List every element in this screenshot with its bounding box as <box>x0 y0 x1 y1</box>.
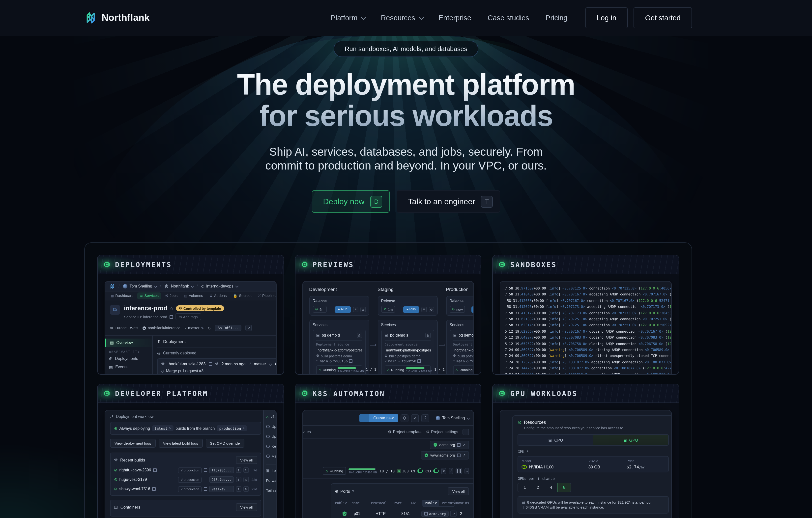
more-button[interactable]: .. <box>463 429 469 435</box>
rebuild-icon[interactable]: ↻ <box>243 486 249 492</box>
rocket-icon[interactable]: ➤ <box>411 414 419 422</box>
nav-item-pricing[interactable]: Pricing <box>546 14 568 22</box>
list-icon[interactable]: ≡ <box>353 307 358 312</box>
delete-icon[interactable]: 🗑 <box>425 333 431 338</box>
get-started-button[interactable]: Get started <box>634 7 692 28</box>
copy-icon[interactable] <box>208 362 212 366</box>
build-row[interactable]: ⊘showy-wool-7516⑂ production9ee42e9...↥↻… <box>114 486 257 492</box>
gpu-count-8[interactable]: 8 <box>558 483 571 492</box>
repo-link[interactable]: northflank/inference <box>142 326 180 330</box>
tail-service-label[interactable]: Tail servi <box>266 488 276 493</box>
breadcrumb-user[interactable]: Tom Snelling <box>123 284 156 288</box>
add-tags-button[interactable]: ⊃ Add tags <box>175 313 201 320</box>
view-latest-build-logs-button[interactable]: View latest build logs <box>158 439 203 448</box>
copy-icon[interactable] <box>149 478 152 481</box>
nav-item-resources[interactable]: Resources <box>381 14 422 22</box>
login-button[interactable]: Log in <box>585 7 628 28</box>
rebuild-icon[interactable]: ↻ <box>243 467 249 473</box>
copy-icon[interactable] <box>457 454 461 457</box>
more-icon[interactable]: ‥ <box>464 468 469 474</box>
sidebar-item-overview[interactable]: ▦Overview <box>105 339 152 347</box>
tab-addons[interactable]: ⚙Addons <box>207 292 229 299</box>
copy-icon[interactable] <box>457 443 461 447</box>
scale-icon[interactable]: ⤢ <box>448 468 453 474</box>
tag-chip[interactable]: latest✎ <box>152 425 174 431</box>
breadcrumb-org[interactable]: Northflank <box>165 284 193 288</box>
commit-hash[interactable]: 6a13df1... <box>215 325 241 331</box>
view-deployment-logs-button[interactable]: View deployment logs <box>110 439 155 448</box>
templates-label[interactable]: plates <box>302 430 311 434</box>
gear-icon[interactable]: ⚙ <box>429 307 434 312</box>
run-button[interactable]: ▸ Run <box>335 306 351 313</box>
hero-badge[interactable]: Run sandboxes, AI models, and databases <box>334 41 478 57</box>
release-option[interactable]: Merg <box>266 454 276 459</box>
gpu-count-4[interactable]: 4 <box>545 483 558 492</box>
deploy-icon[interactable]: ↥ <box>236 477 241 482</box>
local-dev-label[interactable]: ▣Local <box>266 468 276 473</box>
copy-icon[interactable] <box>204 478 207 481</box>
user-menu[interactable]: Tom Snelling <box>432 416 469 420</box>
dns-address[interactable]: acme.org <box>421 511 448 517</box>
nav-item-case-studies[interactable]: Case studies <box>488 14 529 22</box>
nav-item-platform[interactable]: Platform <box>331 14 365 22</box>
copy-icon[interactable] <box>152 487 156 491</box>
port-row[interactable]: p01 HTTP 8151 acme.org ↗ 2 <box>335 511 469 517</box>
copy-icon[interactable] <box>204 468 207 472</box>
tab-gpu[interactable]: ▣GPU <box>593 435 668 445</box>
favorite-star-icon[interactable]: ☆ <box>170 306 173 311</box>
repo-link[interactable]: northflank-platform/postgres-demo <box>384 348 431 352</box>
notifications-bell-icon[interactable] <box>401 414 408 422</box>
breadcrumb-project[interactable]: ◇internal-devops <box>201 284 238 288</box>
external-link-icon[interactable]: ↗ <box>245 325 252 331</box>
gpu-count-2[interactable]: 2 <box>531 483 545 492</box>
domain-row[interactable]: acme.org↗ <box>430 441 469 449</box>
forward-service-label[interactable]: Forward s <box>266 478 276 483</box>
view-all-button[interactable]: View all <box>236 456 257 464</box>
gpu-count-selector[interactable]: 1 2 4 8 <box>518 483 571 492</box>
dns-visibility-toggle[interactable]: PublicPrivate <box>422 500 455 507</box>
tab-secrets[interactable]: 🔒Secrets <box>231 292 254 299</box>
list-icon[interactable]: ≡ <box>421 307 427 312</box>
gpu-count-1[interactable]: 1 <box>518 483 531 492</box>
preview-service-card[interactable]: ▣pg demo d🗑Deployment sourcenorthflank-p… <box>313 329 366 374</box>
build-row[interactable]: ⊘huge-vest-2179⑂ production210d7dd...↥↻2… <box>114 477 257 483</box>
rebuild-icon[interactable]: ↻ <box>243 477 249 482</box>
release-option[interactable]: Upda <box>266 434 276 439</box>
release-option[interactable]: Keep <box>266 444 276 449</box>
gear-icon[interactable]: ⚙ <box>360 307 366 312</box>
set-cmd-override-button[interactable]: Set CMD override <box>205 439 244 448</box>
branch-chip[interactable]: production✎ <box>217 425 247 431</box>
project-template-button[interactable]: ⚙Project template <box>388 430 422 434</box>
tab-volumes[interactable]: ▤Volumes <box>181 292 205 299</box>
pause-icon[interactable]: ❚❚ <box>456 468 462 474</box>
view-all-button[interactable]: View all <box>448 487 469 495</box>
delete-icon[interactable]: 🗑 <box>357 333 362 338</box>
brand-logo[interactable]: Northflank <box>84 11 150 24</box>
tab-cpu[interactable]: ▣CPU <box>518 435 593 445</box>
domain-row[interactable]: www.acme.org↗ <box>421 451 469 460</box>
copy-icon[interactable] <box>204 487 207 491</box>
talk-to-engineer-button[interactable]: Talk to an engineer T <box>397 190 500 213</box>
commit-hash[interactable]: 9ee42e9... <box>209 486 234 492</box>
cd-toggle[interactable] <box>433 469 439 473</box>
preview-service-card[interactable]: ▣pg demo p🗑Deployment sourcenorthflank-p… <box>450 329 474 374</box>
branch-label[interactable]: ⑂master✎ <box>184 326 204 330</box>
copy-icon[interactable] <box>349 359 353 363</box>
ci-toggle[interactable] <box>417 469 423 473</box>
nav-item-enterprise[interactable]: Enterprise <box>438 14 471 22</box>
deployed-build[interactable]: ⚒thankful-muscle-1283 ⚒2 months ago ⑂mas… <box>157 358 277 374</box>
repo-link[interactable]: northflank-platform/postgres-demo <box>316 348 362 352</box>
external-link-icon[interactable]: ↗ <box>451 511 457 517</box>
restart-icon[interactable]: ↻ <box>441 468 446 474</box>
repo-link[interactable]: northflank-platform/postgres-dem <box>453 348 474 352</box>
copy-icon[interactable] <box>424 512 428 516</box>
commit-hash[interactable]: f157a8c... <box>209 467 234 473</box>
commit-hash[interactable]: 210d7dd... <box>209 477 234 483</box>
build-row[interactable]: ⊘rightful-cave-2596⑂ productionf157a8c..… <box>114 467 257 473</box>
edit-icon[interactable]: ✎ <box>169 426 171 430</box>
deploy-now-button[interactable]: Deploy now D <box>312 190 389 213</box>
copy-icon[interactable] <box>153 468 157 472</box>
release-option[interactable]: Upda <box>266 424 276 429</box>
deploy-icon[interactable]: ↥ <box>236 467 241 473</box>
gpu-model-table[interactable]: Model VRAM Price NVIDIA H100 80 GB <box>518 456 669 472</box>
